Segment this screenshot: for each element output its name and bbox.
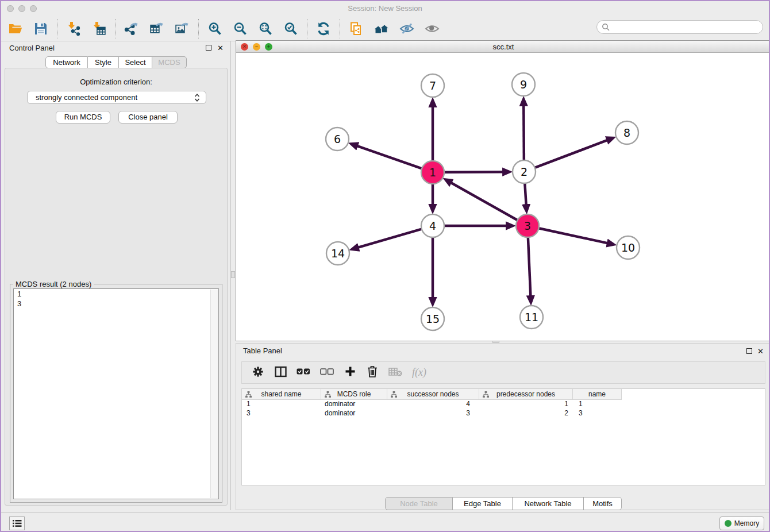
table-cell[interactable]: 1 <box>479 400 573 409</box>
graph-node-4[interactable]: 4 <box>421 214 444 237</box>
zoom-selected-button[interactable] <box>282 20 299 37</box>
search-text-field[interactable] <box>610 21 763 33</box>
select-all-button[interactable] <box>297 366 310 380</box>
graph-edge-4-14[interactable] <box>359 229 422 248</box>
column-label: MCDS role <box>337 390 371 398</box>
task-history-button[interactable] <box>9 516 25 530</box>
network-graph[interactable]: 7968124314101511 <box>236 53 770 341</box>
deselect-all-button[interactable] <box>320 366 334 380</box>
graph-node-15[interactable]: 15 <box>421 307 444 330</box>
table-cell[interactable]: 4 <box>387 400 479 409</box>
home-button[interactable] <box>373 20 390 37</box>
graph-edge-3-10[interactable] <box>539 228 607 243</box>
table-cell[interactable]: 1 <box>573 400 622 409</box>
zoom-fit-button[interactable] <box>257 20 274 37</box>
tab-network[interactable]: Network <box>45 56 88 68</box>
import-network-button[interactable] <box>65 20 82 37</box>
vertical-splitter-handle[interactable] <box>231 271 235 278</box>
graph-node-10[interactable]: 10 <box>617 236 640 259</box>
graph-edge-1-6[interactable] <box>357 146 422 168</box>
column-header-name[interactable]: name <box>573 389 622 400</box>
table-panel: Table Panel ✕ f(x) shared nameMCDS roles… <box>236 343 770 510</box>
graph-node-6[interactable]: 6 <box>326 128 349 151</box>
mcds-result-node[interactable]: 1 <box>14 289 218 299</box>
tab-select[interactable]: Select <box>119 56 152 68</box>
refresh-view-button[interactable] <box>315 20 332 37</box>
settings-button[interactable] <box>252 366 264 380</box>
close-panel-icon[interactable]: ✕ <box>217 44 224 52</box>
table-cell[interactable]: dominator <box>321 400 387 409</box>
delete-column-button[interactable] <box>366 366 379 380</box>
hide-eye-button[interactable] <box>398 20 415 37</box>
graph-node-2[interactable]: 2 <box>513 160 536 183</box>
show-eye-button[interactable] <box>424 20 441 37</box>
tab-node-table[interactable]: Node Table <box>385 497 453 510</box>
open-file-button[interactable] <box>7 20 24 37</box>
zoom-fit-icon <box>257 21 274 37</box>
clone-network-button[interactable] <box>348 20 365 37</box>
settings-icon <box>252 366 264 380</box>
save-session-button[interactable] <box>32 20 49 37</box>
node-label: 10 <box>621 241 635 254</box>
column-header-predecessor-nodes[interactable]: predecessor nodes <box>479 389 573 400</box>
graph-edge-2-8[interactable] <box>535 140 607 168</box>
graph-node-14[interactable]: 14 <box>326 242 349 265</box>
graph-edge-1-2[interactable] <box>444 172 503 172</box>
zoom-out-button[interactable] <box>232 20 249 37</box>
search-input[interactable] <box>596 20 763 34</box>
select-all-icon <box>297 368 310 378</box>
zoom-selected-icon <box>283 21 299 37</box>
table-panel-title: Table Panel <box>243 346 282 355</box>
graph-edge-3-11[interactable] <box>528 237 530 296</box>
optimization-select[interactable]: strongly connected component <box>27 91 206 104</box>
export-image-button[interactable] <box>174 20 191 37</box>
table-row[interactable]: 1dominator411 <box>242 400 765 409</box>
memory-button[interactable]: Memory <box>719 516 764 530</box>
export-table-button[interactable] <box>148 20 165 37</box>
node-label: 7 <box>429 79 436 92</box>
memory-label: Memory <box>734 519 759 527</box>
graph-node-11[interactable]: 11 <box>520 306 543 329</box>
graph-edge-3-1[interactable] <box>451 183 517 220</box>
column-header-successor-nodes[interactable]: successor nodes <box>387 389 479 400</box>
close-panel-button[interactable]: Close panel <box>118 111 178 124</box>
tab-mcds[interactable]: MCDS <box>152 56 187 68</box>
table-row[interactable]: 3dominator323 <box>242 409 765 418</box>
graph-node-8[interactable]: 8 <box>615 121 638 144</box>
split-view-button[interactable] <box>274 366 287 380</box>
export-network-button[interactable] <box>123 20 140 37</box>
close-table-panel-icon[interactable]: ✕ <box>757 348 764 355</box>
add-column-button[interactable] <box>344 366 356 380</box>
import-table-button[interactable] <box>90 20 107 37</box>
node-label: 11 <box>525 311 538 323</box>
result-scrollbar[interactable] <box>210 290 218 498</box>
graph-node-3[interactable]: 3 <box>516 214 539 237</box>
node-label: 2 <box>521 165 528 178</box>
float-panel-icon[interactable] <box>206 45 211 51</box>
float-table-panel-icon[interactable] <box>746 348 752 354</box>
network-window-titlebar[interactable]: ✕ − + scc.txt <box>236 41 770 53</box>
network-canvas[interactable]: 7968124314101511 <box>236 53 770 341</box>
table-cell[interactable]: 2 <box>479 409 573 418</box>
zoom-in-button[interactable] <box>206 20 224 37</box>
tab-motifs[interactable]: Motifs <box>584 497 622 510</box>
table-cell[interactable]: 1 <box>242 400 321 409</box>
run-mcds-button[interactable]: Run MCDS <box>56 111 110 124</box>
graph-node-9[interactable]: 9 <box>512 73 535 96</box>
graph-node-1[interactable]: 1 <box>421 161 444 184</box>
tab-network-table[interactable]: Network Table <box>513 497 584 510</box>
table-cell[interactable]: 3 <box>573 409 622 418</box>
table-cell[interactable]: dominator <box>321 409 387 418</box>
column-header-shared-name[interactable]: shared name <box>242 389 321 400</box>
graph-node-7[interactable]: 7 <box>421 74 444 97</box>
table-cell[interactable]: 3 <box>387 409 479 418</box>
tab-edge-table[interactable]: Edge Table <box>453 497 513 510</box>
graph-edge-2-9[interactable] <box>523 106 524 160</box>
table-cell[interactable]: 3 <box>242 409 321 418</box>
mcds-result-list[interactable]: 13 <box>13 288 219 499</box>
tab-style[interactable]: Style <box>88 56 119 68</box>
column-header-MCDS-role[interactable]: MCDS role <box>321 389 387 400</box>
mcds-result-node[interactable]: 3 <box>14 299 218 309</box>
graph-edge-2-3[interactable] <box>525 183 526 205</box>
search-icon <box>602 23 610 31</box>
